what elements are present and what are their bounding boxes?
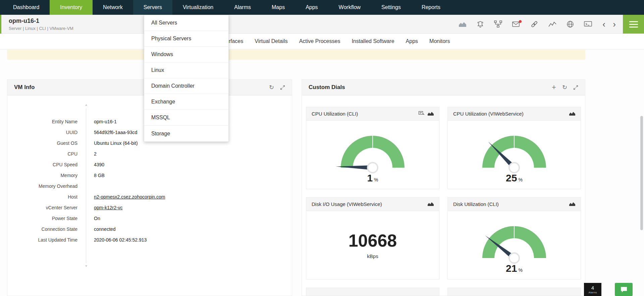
dial-card-title: CPU Utilization (VIWebService)	[453, 111, 524, 117]
globe-icon[interactable]	[567, 20, 574, 28]
dial-card-body: 25%	[448, 121, 581, 184]
vm-info-value: 564d92f6-1aaa-93cd	[94, 130, 137, 135]
gauge-value: 25%	[506, 172, 523, 184]
cli-icon[interactable]	[419, 111, 424, 117]
nav-item-dashboard[interactable]: Dashboard	[3, 0, 50, 15]
gauge	[332, 125, 413, 177]
vm-info-label: Last Updated Time	[7, 237, 77, 243]
vm-info-value: Ubuntu Linux (64-bit)	[94, 140, 138, 146]
metric-number: 10668	[348, 230, 397, 251]
menu-item-storage[interactable]: Storage	[144, 126, 228, 141]
vm-info-label: vCenter Server	[7, 205, 77, 210]
nav-item-maps[interactable]: Maps	[261, 0, 295, 15]
dials-grid: CPU Utilization (CLI)1%CPU Utilization (…	[302, 95, 585, 296]
vm-info-label: UUID	[7, 130, 77, 135]
area-chart-icon[interactable]	[569, 111, 575, 117]
dial-card-header	[306, 288, 439, 296]
add-icon[interactable]: +	[552, 84, 556, 91]
gauge-number: 25	[506, 172, 517, 183]
alarms-count: 4	[591, 285, 594, 290]
dial-card-body: 21%	[448, 211, 581, 274]
gauge-unit: %	[518, 177, 522, 182]
tab-active-processes[interactable]: Active Processes	[299, 38, 340, 44]
area-chart-icon[interactable]	[428, 201, 434, 207]
vm-info-label: CPU	[7, 151, 77, 157]
nav-item-network[interactable]: Network	[93, 0, 133, 15]
expand-icon[interactable]	[280, 85, 285, 90]
vm-info-row: vCenter Serveropm-k12r2-vc	[7, 202, 292, 213]
nav-item-virtualization[interactable]: Virtualization	[172, 0, 224, 15]
device-header: opm-u16-1 Server | Linux | CLI | VMware-…	[0, 15, 644, 34]
gauge-number: 1	[367, 172, 373, 183]
alarms-label: Alarms	[589, 291, 597, 294]
dial-card-header: Disk I/O Usage (VIWebService)	[306, 198, 439, 211]
nav-item-settings[interactable]: Settings	[371, 0, 411, 15]
vm-info-label: Memory Overhead	[7, 183, 77, 189]
topology-icon[interactable]	[494, 20, 502, 28]
refresh-icon[interactable]: ↻	[562, 84, 567, 90]
dial-card-body: 10668kBps	[306, 211, 439, 259]
line-chart-icon[interactable]	[548, 21, 556, 28]
mail-icon[interactable]	[512, 21, 520, 27]
menu-icon[interactable]	[623, 15, 644, 34]
custom-dials-header: Custom Dials + ↻	[302, 80, 585, 95]
menu-item-exchange[interactable]: Exchange	[144, 94, 228, 110]
refresh-icon[interactable]: ↻	[269, 84, 274, 90]
dial-card-icons	[428, 201, 434, 207]
expand-icon[interactable]	[573, 85, 578, 90]
screen: DashboardInventoryNetworkServersVirtuali…	[0, 0, 644, 296]
chat-button[interactable]	[615, 283, 633, 296]
gauge-chart	[474, 125, 554, 176]
menu-item-windows[interactable]: Windows	[144, 47, 228, 62]
vm-info-row: Memory8 GB	[7, 170, 292, 181]
link-icon[interactable]	[530, 20, 538, 28]
area-chart-icon[interactable]	[569, 201, 575, 207]
device-subtitle: Server | Linux | CLI | VMware-VM	[9, 26, 73, 31]
custom-dials-title: Custom Dials	[309, 84, 345, 91]
area-chart-icon[interactable]	[428, 111, 434, 117]
dial-card-title: Disk Utilization (CLI)	[453, 201, 499, 207]
nav-item-apps[interactable]: Apps	[295, 0, 328, 15]
menu-item-physical-servers[interactable]: Physical Servers	[144, 31, 228, 47]
alarms-badge[interactable]: 4 Alarms	[584, 283, 601, 296]
vm-info-row: Connection Stateconnected	[7, 224, 292, 235]
vm-info-value: 2020-06-06 02:45:52.913	[94, 237, 147, 243]
tab-virtual-details[interactable]: Virtual Details	[255, 38, 287, 44]
vm-info-label: Host	[7, 194, 77, 200]
tab-installed-software[interactable]: Installed Software	[352, 38, 394, 44]
divider-up-arrow-icon: ▴	[84, 102, 88, 107]
tab-bar: InterfacesVirtual DetailsActive Processe…	[0, 34, 644, 49]
alarm-bell-icon[interactable]	[477, 20, 484, 28]
menu-item-mssql[interactable]: MSSQL	[144, 110, 228, 126]
gauge-chart	[474, 215, 554, 266]
chevron-left-icon[interactable]: ‹	[602, 15, 605, 34]
menu-item-linux[interactable]: Linux	[144, 62, 228, 78]
vm-info-row: Memory Overhead	[7, 181, 292, 192]
vertical-scrollbar[interactable]	[640, 116, 643, 230]
tab-apps[interactable]: Apps	[406, 38, 418, 44]
custom-dials-panel: Custom Dials + ↻ CPU Utilization (CLI)1%…	[302, 79, 585, 296]
vm-info-actions: ↻	[269, 84, 285, 90]
nav-item-inventory[interactable]: Inventory	[50, 0, 93, 15]
nav-item-reports[interactable]: Reports	[411, 0, 451, 15]
area-chart-icon[interactable]	[459, 21, 467, 27]
nav-item-servers[interactable]: Servers	[133, 0, 172, 15]
chevron-right-icon[interactable]: ›	[613, 15, 616, 34]
menu-item-all-servers[interactable]: All Servers	[144, 15, 228, 31]
metric-unit: kBps	[367, 253, 378, 259]
divider-down-arrow-icon: ▾	[84, 264, 88, 268]
gauge-unit: %	[374, 177, 378, 182]
menu-item-domain-controller[interactable]: Domain Controller	[144, 78, 228, 94]
vm-info-title: VM Info	[14, 84, 35, 91]
dial-card: CPU Utilization (CLI)1%	[306, 107, 439, 189]
console-icon[interactable]	[584, 21, 592, 28]
dial-card-icons	[419, 111, 434, 117]
nav-item-workflow[interactable]: Workflow	[328, 0, 371, 15]
vm-info-value[interactable]: opm-k12r2-vc	[94, 205, 123, 210]
dial-card: Disk I/O Usage (VIWebService)10668kBps	[306, 197, 439, 280]
vm-divider-line	[86, 109, 86, 263]
nav-item-alarms[interactable]: Alarms	[224, 0, 261, 15]
vm-info-label: Memory	[7, 173, 77, 178]
tab-monitors[interactable]: Monitors	[429, 38, 450, 44]
vm-info-value[interactable]: n2-opmesx2.csez.zohocorpin.com	[94, 194, 165, 200]
